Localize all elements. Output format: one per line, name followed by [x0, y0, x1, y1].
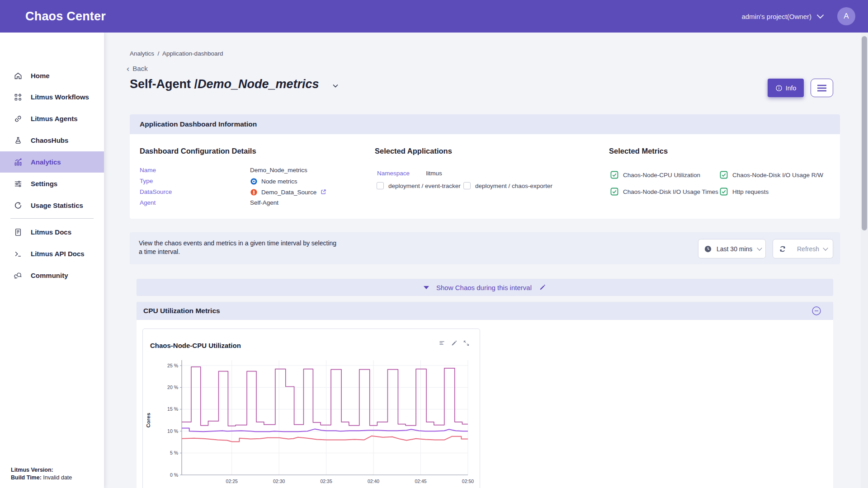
- home-icon: [14, 71, 23, 80]
- workflows-icon: [14, 93, 23, 102]
- svg-text:0 %: 0 %: [170, 472, 178, 478]
- checkbox-label: deployment / chaos-exporter: [475, 183, 552, 189]
- section-title: CPU Utilization Metrics: [143, 307, 220, 315]
- sidebar-item-settings[interactable]: Settings: [0, 173, 104, 194]
- svg-text:02:50: 02:50: [462, 479, 474, 484]
- sidebar-item-label: Litmus Agents: [31, 115, 78, 122]
- info-icon: [775, 84, 783, 92]
- svg-text:Cores: Cores: [146, 413, 151, 428]
- external-link-icon[interactable]: [320, 188, 328, 196]
- chat-bubbles-icon: [14, 271, 23, 280]
- cpu-chart-svg: 02:2502:3002:3502:4002:4502:500 %5 %10 %…: [143, 333, 480, 487]
- info-button[interactable]: Info: [768, 79, 804, 97]
- sidebar-item-litmus-agents[interactable]: Litmus Agents: [0, 108, 104, 129]
- config-row-type: Type Node metrics: [140, 178, 297, 185]
- minus-circle-icon: [811, 305, 822, 316]
- triangle-down-icon: [424, 286, 429, 289]
- svg-text:02:40: 02:40: [368, 479, 379, 484]
- application-checkbox-event-tracker[interactable]: deployment / event-tracker: [377, 182, 461, 189]
- time-interval-panel: View the chaos events and metrics in a g…: [130, 232, 840, 264]
- namespace-row: Namespace litmus: [377, 169, 442, 177]
- checkbox-label: Chaos-Node-Disk I/O Usage Times: [623, 188, 718, 195]
- clock-icon: [704, 245, 712, 253]
- namespace-value: litmus: [426, 170, 442, 177]
- checkbox-checked-icon[interactable]: [610, 171, 618, 179]
- svg-text:02:35: 02:35: [320, 479, 332, 484]
- scrollbar-thumb[interactable]: [862, 36, 867, 230]
- sidebar-item-litmus-docs[interactable]: Litmus Docs: [0, 221, 104, 243]
- svg-text:02:45: 02:45: [415, 479, 426, 484]
- title-chevron-down-icon[interactable]: [331, 81, 340, 90]
- refresh-label: Refresh: [797, 245, 819, 253]
- svg-text:20 %: 20 %: [167, 385, 178, 390]
- time-range-select[interactable]: Last 30 mins: [698, 239, 766, 258]
- main-content: Analytics / Application-dashboard ‹ Back…: [104, 33, 868, 488]
- refresh-now-button[interactable]: [773, 239, 792, 258]
- sidebar-item-home[interactable]: Home: [0, 65, 104, 86]
- header-right: admin's project(Owner) A: [741, 0, 855, 33]
- page-scrollbar[interactable]: [861, 33, 868, 488]
- sidebar-item-analytics[interactable]: Analytics: [0, 151, 104, 173]
- checkbox-unchecked-icon[interactable]: [377, 182, 384, 189]
- checkbox-checked-icon[interactable]: [720, 188, 728, 196]
- usage-circle-icon: [14, 201, 23, 210]
- page-title: Self-Agent / Demo_Node_metrics: [130, 77, 340, 91]
- sidebar-item-label: Community: [31, 272, 68, 279]
- info-card-title: Application Dashboard Information: [140, 120, 257, 128]
- project-selector-label[interactable]: admin's project(Owner): [741, 13, 811, 20]
- build-time-value: Invalid date: [43, 474, 72, 481]
- checkbox-checked-icon[interactable]: [720, 171, 728, 179]
- selected-applications-title: Selected Applications: [375, 147, 452, 155]
- metric-checkbox-cpu[interactable]: Chaos-Node-CPU Utilization: [610, 171, 700, 179]
- breadcrumb-analytics[interactable]: Analytics: [130, 50, 154, 57]
- version-info: Litmus Version: Build Time: Invalid date: [11, 466, 72, 482]
- metric-checkbox-disk-rw[interactable]: Chaos-Node-Disk I/O Usage R/W: [720, 171, 823, 179]
- pencil-icon[interactable]: [539, 284, 546, 291]
- config-value: Demo_Data_Source: [261, 189, 316, 196]
- metric-checkbox-disk-times[interactable]: Chaos-Node-Disk I/O Usage Times: [610, 188, 718, 196]
- breadcrumb: Analytics / Application-dashboard: [130, 50, 223, 57]
- show-chaos-label: Show Chaos during this interval: [436, 284, 532, 291]
- cpu-utilization-section-body: Chaos-Node-CPU Utilization 02:2502:3002:…: [137, 320, 833, 488]
- sidebar-item-label: Home: [31, 72, 50, 80]
- sidebar-divider: [10, 218, 94, 219]
- chevron-down-icon[interactable]: [817, 12, 824, 19]
- app-title: Chaos Center: [25, 9, 106, 23]
- link-icon: [14, 114, 23, 123]
- refresh-dropdown-button[interactable]: Refresh: [792, 239, 833, 258]
- config-row-agent: Agent Self-Agent: [140, 199, 278, 206]
- metric-checkbox-http[interactable]: Http requests: [720, 188, 769, 196]
- sidebar-item-label: Settings: [31, 180, 57, 188]
- sidebar-item-label: Analytics: [31, 158, 61, 166]
- sidebar-item-chaoshubs[interactable]: ChaosHubs: [0, 130, 104, 151]
- sidebar-item-community[interactable]: Community: [0, 265, 104, 286]
- config-row-datasource: DataSource Demo_Data_Source: [140, 188, 328, 196]
- svg-text:25 %: 25 %: [167, 363, 178, 368]
- flask-icon: [14, 136, 23, 145]
- build-time-label: Build Time:: [11, 474, 42, 481]
- avatar[interactable]: A: [837, 7, 855, 25]
- sidebar-item-litmus-workflows[interactable]: Litmus Workflows: [0, 86, 104, 108]
- chaos-center-app: Chaos Center admin's project(Owner) A Ho…: [0, 0, 868, 488]
- checkbox-unchecked-icon[interactable]: [463, 182, 471, 189]
- sidebar-item-litmus-api-docs[interactable]: Litmus API Docs: [0, 243, 104, 264]
- collapse-section-button[interactable]: [811, 305, 822, 316]
- sidebar-item-label: Usage Statistics: [31, 202, 83, 209]
- show-chaos-toggle[interactable]: Show Chaos during this interval: [137, 279, 833, 296]
- sidebar-item-usage-statistics[interactable]: Usage Statistics: [0, 195, 104, 216]
- cpu-utilization-section-header: CPU Utilization Metrics: [137, 302, 833, 320]
- application-checkbox-chaos-exporter[interactable]: deployment / chaos-exporter: [463, 182, 552, 189]
- config-label: DataSource: [140, 188, 250, 196]
- page-title-agent: Self-Agent /: [130, 77, 198, 91]
- info-button-label: Info: [786, 84, 796, 92]
- back-button[interactable]: ‹ Back: [127, 65, 148, 72]
- config-value: Self-Agent: [250, 199, 278, 206]
- chevron-left-icon: ‹: [127, 66, 129, 72]
- checkbox-label: Chaos-Node-Disk I/O Usage R/W: [732, 172, 823, 178]
- refresh-icon: [778, 244, 787, 253]
- checkbox-checked-icon[interactable]: [610, 188, 618, 196]
- sidebar: Home Litmus Workflows Litmus Agents Chao…: [0, 33, 104, 488]
- dashboard-menu-button[interactable]: [811, 79, 833, 97]
- breadcrumb-application-dashboard[interactable]: Application-dashboard: [162, 50, 223, 57]
- svg-text:5 %: 5 %: [170, 450, 178, 455]
